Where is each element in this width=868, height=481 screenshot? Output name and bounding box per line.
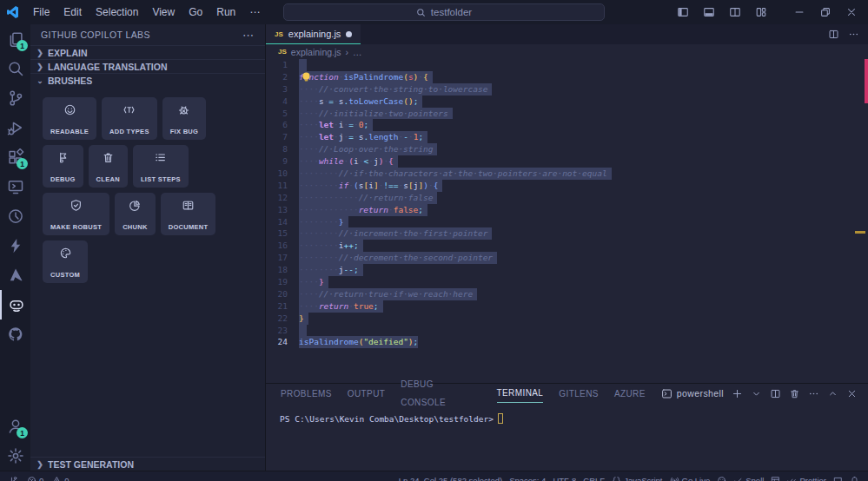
ellipsis-icon[interactable] [808, 388, 819, 399]
status-javascript[interactable]: JavaScript [612, 476, 662, 481]
menu-item-go[interactable]: Go [182, 6, 209, 18]
status-spell[interactable]: Spell [733, 476, 764, 481]
line-number: 8 [266, 143, 299, 155]
brush-label: READABLE [50, 128, 89, 135]
layout-sidebar-icon[interactable] [672, 1, 694, 23]
brush-custom[interactable]: CUSTOM [43, 240, 88, 283]
activity-clock-icon[interactable] [0, 201, 30, 231]
sidebar-more-actions[interactable]: ⋯ [242, 29, 255, 42]
status-0[interactable]: 0 [52, 476, 69, 481]
panel-tab-terminal[interactable]: TERMINAL [497, 384, 544, 403]
ellipsis-icon[interactable] [848, 29, 859, 40]
warning-icon [52, 476, 62, 481]
code-line-6: 6····let·i·=·0; [266, 119, 868, 131]
close-icon[interactable] [840, 1, 863, 23]
menu-item-run[interactable]: Run [209, 6, 242, 18]
close-icon[interactable] [846, 388, 858, 399]
trash-icon[interactable] [789, 388, 800, 399]
editor-group: JS explaining.js JS explaining.js › … 12… [266, 24, 868, 383]
menu-item-file[interactable]: File [26, 6, 56, 18]
command-center-search[interactable]: testfolder [283, 3, 605, 21]
brush-label: CLEAN [96, 175, 120, 183]
shell-selector[interactable]: powershell [661, 388, 724, 399]
status-crlf[interactable]: CRLF [583, 476, 605, 481]
restore-icon[interactable] [814, 1, 837, 23]
code-line-23: 23 [266, 325, 868, 337]
terminal[interactable]: PS C:\Users\Kevin Comba\Desktop\testfold… [266, 403, 868, 424]
selected-text: ····//·return·true·if·we·reach·here [299, 288, 477, 300]
panel-tab-azure[interactable]: AZURE [614, 385, 646, 403]
activity-search-icon[interactable] [0, 54, 30, 83]
plus-icon[interactable] [732, 388, 743, 399]
activity-files-icon[interactable]: 1 [0, 24, 30, 54]
status-utf-8[interactable]: UTF-8 [553, 476, 576, 481]
error-icon [27, 476, 36, 481]
terminal-launch-icon [661, 388, 673, 399]
brush-readable[interactable]: READABLE [43, 97, 96, 140]
activity-github-icon[interactable] [0, 320, 30, 349]
brush-fix-bug[interactable]: FIX BUG [162, 97, 207, 140]
brush-add-types[interactable]: ADD TYPES [102, 97, 157, 140]
status-go-live[interactable]: Go Live [670, 476, 711, 481]
activity-run-debug-icon[interactable] [0, 113, 30, 142]
code-line-14: 14········} [266, 216, 868, 228]
brush-list-steps[interactable]: LIST STEPS [133, 145, 189, 188]
grid-icon [771, 476, 780, 481]
panel-tab-problems[interactable]: PROBLEMS [281, 385, 332, 403]
menu-item-view[interactable]: View [145, 6, 182, 18]
code-editor[interactable]: 12function·isPalindrome(s)·{3····//·conv… [266, 59, 868, 383]
brush-chunk[interactable]: CHUNK [115, 193, 156, 235]
selected-text: ····let·j·=·s.length·-·1; [299, 131, 427, 143]
activity-settings-gear-icon[interactable] [0, 441, 30, 471]
sidebar-item-test-generation[interactable]: ❯ TEST GENERATION [30, 457, 265, 471]
split-icon[interactable] [770, 388, 781, 399]
tab-explaining-js[interactable]: JS explaining.js [266, 24, 361, 44]
layout-split-icon[interactable] [724, 1, 746, 23]
status-remote-icon[interactable] [9, 476, 18, 481]
status-smiley-icon[interactable] [717, 476, 726, 481]
status-prettier[interactable]: Prettier [787, 476, 826, 481]
activity-thunder-client-icon[interactable] [0, 231, 30, 260]
status-ln-24-col-25-582-selected-[interactable]: Ln 24, Col 25 (582 selected) [399, 476, 502, 481]
menu-item-[interactable]: ⋯ [242, 6, 267, 18]
chevron-up-icon[interactable] [827, 388, 838, 399]
minimize-icon[interactable] [788, 1, 811, 23]
activity-remote-explorer-icon[interactable] [0, 172, 30, 201]
brush-clean[interactable]: CLEAN [89, 145, 128, 188]
book-icon [182, 199, 195, 212]
panel-tab-output[interactable]: OUTPUT [348, 385, 386, 403]
status-bell-icon[interactable] [850, 476, 859, 481]
selected-text: ····//·Loop·over·the·string [299, 143, 437, 155]
split-icon[interactable] [828, 29, 839, 40]
badge: 1 [17, 158, 28, 169]
lightbulb-icon[interactable] [301, 72, 311, 82]
layout-grid-icon[interactable] [750, 1, 772, 23]
breadcrumb[interactable]: JS explaining.js › … [266, 44, 868, 59]
brush-document[interactable]: DOCUMENT [161, 193, 216, 235]
status-spaces-4[interactable]: Spaces: 4 [509, 476, 546, 481]
sidebar-section-brushes[interactable]: ⌄BRUSHES [30, 73, 265, 87]
status-feedback-icon[interactable] [833, 476, 843, 481]
status-0[interactable]: 0 [27, 476, 43, 481]
brush-label: DEBUG [50, 175, 76, 183]
selected-text: isPalindrome("deified"); [299, 336, 418, 348]
code-line-7: 7····let·j·=·s.length·-·1; [266, 131, 868, 143]
sidebar-section-language-translation[interactable]: ❯LANGUAGE TRANSLATION [30, 59, 265, 73]
status-grid-icon[interactable] [771, 476, 780, 481]
list-icon [154, 151, 167, 164]
activity-source-control-icon[interactable] [0, 83, 30, 113]
chevron-down-icon[interactable] [751, 388, 762, 399]
sidebar-section-explain[interactable]: ❯EXPLAIN [30, 45, 265, 59]
panel-tab-gitlens[interactable]: GITLENS [559, 385, 599, 403]
panel-tab-debug-console[interactable]: DEBUG CONSOLE [401, 375, 480, 412]
activity-accounts-icon[interactable]: 1 [0, 412, 30, 441]
menu-item-selection[interactable]: Selection [89, 6, 145, 18]
menu-item-edit[interactable]: Edit [56, 6, 89, 18]
layout-panel-icon[interactable] [698, 1, 720, 23]
activity-copilot-icon[interactable] [0, 290, 30, 320]
activity-azure-icon[interactable] [0, 260, 30, 290]
brush-make-robust[interactable]: MAKE ROBUST [43, 193, 109, 235]
activity-extensions-icon[interactable]: 1 [0, 142, 30, 172]
brush-debug[interactable]: DEBUG [43, 145, 83, 188]
chevron-down-icon: ⌄ [36, 76, 44, 85]
